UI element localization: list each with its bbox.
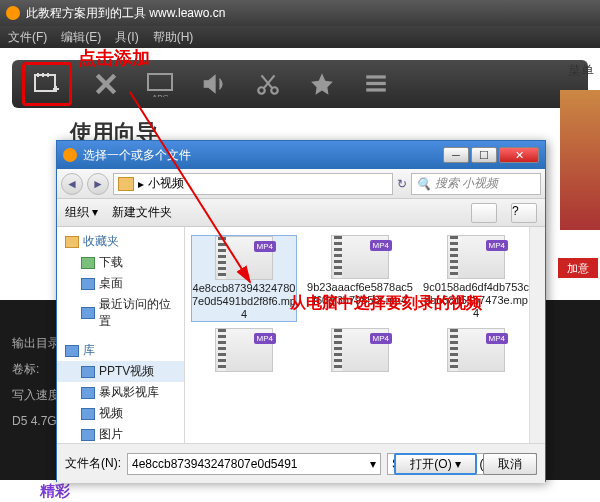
minimize-button[interactable]: ─: [443, 147, 469, 163]
refresh-icon[interactable]: ↻: [397, 177, 407, 191]
cancel-button[interactable]: 取消: [483, 453, 537, 475]
add-highlight-box: [22, 62, 72, 106]
file-item[interactable]: MP4: [191, 328, 297, 372]
annotation-add: 点击添加: [78, 46, 150, 70]
menu-help[interactable]: 帮助(H): [153, 29, 194, 46]
svg-text:ABC: ABC: [152, 93, 169, 97]
file-item[interactable]: MP4 4e8ccb873943247807e0d5491bd2f8f6.mp4: [191, 235, 297, 322]
app-titlebar: 此教程方案用到的工具 www.leawo.cn: [0, 0, 600, 26]
close-icon[interactable]: [86, 67, 126, 101]
cut-icon[interactable]: [248, 67, 288, 101]
download-icon: [81, 257, 95, 269]
svg-rect-3: [47, 73, 49, 77]
star-icon[interactable]: [302, 67, 342, 101]
svg-rect-9: [366, 82, 386, 85]
mp4-badge: MP4: [254, 241, 276, 252]
dialog-navbar: ◄ ► ▸ 小视频 ↻ 🔍 搜索 小视频: [57, 169, 545, 199]
tree-videos[interactable]: 视频: [57, 403, 184, 424]
mp4-badge: MP4: [254, 333, 276, 344]
folder-tree: 收藏夹 下载 桌面 最近访问的位置 库 PPTV视频 暴风影视库 视频 图片: [57, 227, 185, 443]
tree-favorites[interactable]: 收藏夹: [57, 231, 184, 252]
file-list: 从电脑中选择要刻录的视频 MP4 4e8ccb873943247807e0d54…: [185, 227, 545, 443]
menu-edit[interactable]: 编辑(E): [61, 29, 101, 46]
file-item[interactable]: MP4: [423, 328, 529, 372]
svg-rect-10: [366, 88, 386, 91]
nav-back-button[interactable]: ◄: [61, 173, 83, 195]
breadcrumb-text: 小视频: [148, 175, 184, 192]
tree-libraries[interactable]: 库: [57, 340, 184, 361]
folder-icon: [81, 366, 95, 378]
menu-file[interactable]: 文件(F): [8, 29, 47, 46]
new-folder-button[interactable]: 新建文件夹: [112, 204, 172, 221]
search-placeholder: 搜索 小视频: [435, 175, 498, 192]
breadcrumb[interactable]: ▸ 小视频: [113, 173, 393, 195]
file-open-dialog: 选择一个或多个文件 ─ ☐ ✕ ◄ ► ▸ 小视频 ↻ 🔍 搜索 小视频 组织 …: [56, 140, 546, 482]
add-video-button[interactable]: [27, 67, 67, 101]
tree-pptv[interactable]: PPTV视频: [57, 361, 184, 382]
app-icon: [6, 6, 20, 20]
view-mode-button[interactable]: [471, 203, 497, 223]
recent-icon: [81, 307, 95, 319]
footer-text: 精彩: [40, 482, 70, 501]
app-title: 此教程方案用到的工具: [26, 5, 146, 22]
folder-icon: [81, 387, 95, 399]
dialog-title: 选择一个或多个文件: [83, 147, 191, 164]
folder-icon: [81, 408, 95, 420]
star-icon: [65, 236, 79, 248]
tree-downloads[interactable]: 下载: [57, 252, 184, 273]
svg-rect-2: [42, 73, 44, 77]
mp4-badge: MP4: [486, 333, 508, 344]
app-menubar: 文件(F) 编辑(E) 具(I) 帮助(H): [0, 26, 600, 48]
tree-desktop[interactable]: 桌面: [57, 273, 184, 294]
filename-label: 文件名(N):: [65, 455, 121, 472]
maximize-button[interactable]: ☐: [471, 147, 497, 163]
tree-pictures[interactable]: 图片: [57, 424, 184, 443]
open-button[interactable]: 打开(O) ▾: [394, 453, 477, 475]
file-item[interactable]: MP4: [307, 328, 413, 372]
folder-icon: [81, 429, 95, 441]
search-icon: 🔍: [416, 177, 431, 191]
search-input[interactable]: 🔍 搜索 小视频: [411, 173, 541, 195]
folder-icon: [118, 177, 134, 191]
svg-rect-0: [35, 75, 55, 91]
side-tag[interactable]: 加意: [558, 258, 598, 278]
annotation-select: 从电脑中选择要刻录的视频: [290, 293, 482, 314]
mp4-badge: MP4: [370, 333, 392, 344]
app-title-url: www.leawo.cn: [149, 6, 225, 20]
tree-recent[interactable]: 最近访问的位置: [57, 294, 184, 332]
help-button[interactable]: ?: [511, 203, 537, 223]
close-button[interactable]: ✕: [499, 147, 539, 163]
filename-combo[interactable]: 4e8ccb873943247807e0d5491▾: [127, 453, 381, 475]
dialog-titlebar: 选择一个或多个文件 ─ ☐ ✕: [57, 141, 545, 169]
audio-icon[interactable]: [194, 67, 234, 101]
dialog-toolbar: 组织 ▾ 新建文件夹 ?: [57, 199, 545, 227]
menu-tools[interactable]: 具(I): [115, 29, 138, 46]
svg-rect-4: [148, 74, 172, 90]
side-thumbnail: [560, 90, 600, 230]
list-icon[interactable]: [356, 67, 396, 101]
mp4-badge: MP4: [370, 240, 392, 251]
mp4-badge: MP4: [486, 240, 508, 251]
nav-fwd-button[interactable]: ►: [87, 173, 109, 195]
scrollbar[interactable]: [529, 227, 545, 443]
desktop-icon: [81, 278, 95, 290]
file-name: 4e8ccb873943247807e0d5491bd2f8f6.mp4: [192, 282, 296, 321]
dialog-icon: [63, 148, 77, 162]
tree-baofeng[interactable]: 暴风影视库: [57, 382, 184, 403]
library-icon: [65, 345, 79, 357]
svg-rect-1: [37, 73, 39, 77]
svg-rect-8: [366, 75, 386, 78]
subtitle-icon[interactable]: ABC: [140, 67, 180, 101]
organize-button[interactable]: 组织 ▾: [65, 204, 98, 221]
side-menu-label[interactable]: 菜单: [568, 62, 594, 80]
